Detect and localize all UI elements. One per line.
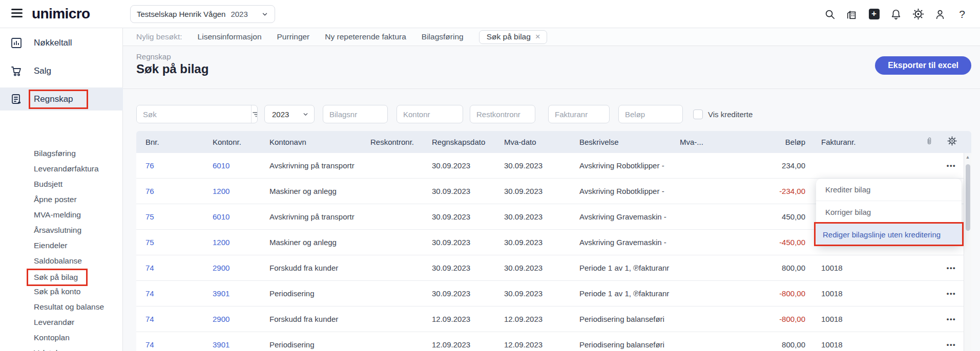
row-menu-ellipsis-icon[interactable]: ••• bbox=[947, 291, 956, 296]
cell-bnr[interactable]: 74 bbox=[145, 340, 213, 349]
sidebar-item-apne-poster[interactable]: Åpne poster bbox=[0, 192, 123, 207]
row-menu-ellipsis-icon[interactable]: ••• bbox=[947, 163, 956, 168]
menu-item-krediter-bilag[interactable]: Krediter bilag bbox=[816, 179, 962, 201]
cell-bnr[interactable]: 75 bbox=[145, 238, 213, 247]
show-credited-checkbox[interactable] bbox=[693, 109, 703, 119]
cell-kontonr[interactable]: 2900 bbox=[213, 315, 269, 323]
show-credited-label: Vis krediterte bbox=[708, 110, 753, 119]
cell-kontonr[interactable]: 3901 bbox=[213, 340, 269, 349]
cell-kontonr[interactable]: 6010 bbox=[213, 161, 269, 170]
recent-tab-ny-repeterende-faktura[interactable]: Ny repeterende faktura bbox=[325, 32, 406, 41]
sidebar-item-bilagsforing[interactable]: Bilagsføring bbox=[0, 146, 123, 161]
cell-bnr[interactable]: 74 bbox=[145, 315, 213, 323]
table-settings-gear-icon[interactable] bbox=[947, 136, 957, 148]
sidebar-item-budsjett[interactable]: Budsjett bbox=[0, 177, 123, 192]
row-menu-ellipsis-icon[interactable]: ••• bbox=[947, 342, 956, 347]
belop-input[interactable] bbox=[618, 105, 683, 123]
bilagsnr-input[interactable] bbox=[323, 105, 388, 123]
column-header-regnskapsdato[interactable]: Regnskapsdato bbox=[432, 138, 504, 146]
sidebar-item-resultat-og-balanse[interactable]: Resultat og balanse bbox=[0, 299, 123, 315]
tab-sok-pa-bilag[interactable]: Søk på bilag × bbox=[479, 30, 547, 44]
cell-mva-dato: 30.09.2023 bbox=[504, 289, 579, 298]
cell-bnr[interactable]: 75 bbox=[145, 212, 213, 221]
sidebar-item-nokkeltall[interactable]: Nøkkeltall bbox=[0, 32, 123, 54]
cell-kontonr[interactable]: 3901 bbox=[213, 289, 269, 298]
kontonr-input[interactable] bbox=[397, 105, 463, 123]
cell-kontonavn: Avskrivning på transportr bbox=[269, 212, 370, 221]
cell-kontonr[interactable]: 1200 bbox=[213, 187, 269, 195]
sidebar-item-sok-pa-konto[interactable]: Søk på konto bbox=[0, 284, 123, 299]
scrollbar-up-arrow[interactable]: ▲ bbox=[964, 155, 971, 160]
breadcrumb[interactable]: Regnskap bbox=[136, 52, 171, 61]
sidebar-item-valutakurser[interactable]: Valutakurser bbox=[0, 345, 123, 351]
sidebar-item-salg[interactable]: Salg bbox=[0, 60, 123, 82]
sidebar-item-kontoplan[interactable]: Kontoplan bbox=[0, 330, 123, 345]
column-header-mva-dato[interactable]: Mva-dato bbox=[504, 138, 579, 146]
column-header-reskontronr[interactable]: Reskontronr. bbox=[370, 138, 432, 146]
vertical-scrollbar[interactable]: ▲ bbox=[964, 153, 971, 351]
column-header-fakturanr[interactable]: Fakturanr. bbox=[805, 138, 918, 146]
column-header-mva[interactable]: Mva-... bbox=[680, 138, 736, 146]
paperclip-icon[interactable] bbox=[925, 137, 933, 148]
year-select[interactable]: 2023 bbox=[264, 105, 315, 123]
cell-belop: 800,00 bbox=[736, 264, 805, 272]
restkontronr-input[interactable] bbox=[470, 105, 535, 123]
add-icon[interactable]: + bbox=[867, 8, 881, 21]
scrollbar-thumb[interactable] bbox=[966, 164, 970, 231]
year-select-value: 2023 bbox=[272, 110, 289, 119]
recent-tab-bilagsforing[interactable]: Bilagsføring bbox=[422, 32, 464, 41]
export-to-excel-button[interactable]: Eksporter til excel bbox=[875, 56, 971, 75]
cell-bnr[interactable]: 74 bbox=[145, 289, 213, 298]
settings-icon[interactable] bbox=[911, 8, 925, 21]
cell-kontonr[interactable]: 1200 bbox=[213, 238, 269, 247]
cell-fakturanr: 10018 bbox=[805, 264, 918, 272]
fakturanr-input[interactable] bbox=[548, 105, 610, 123]
cell-bnr[interactable]: 76 bbox=[145, 187, 213, 195]
close-icon[interactable]: × bbox=[535, 33, 540, 40]
bar-chart-icon bbox=[10, 37, 23, 49]
cell-bnr[interactable]: 76 bbox=[145, 161, 213, 170]
user-icon[interactable] bbox=[933, 8, 947, 21]
annotation-box-sok-pa-bilag: Søk på bilag bbox=[27, 269, 88, 286]
sidebar-item-sok-pa-bilag[interactable]: Søk på bilag bbox=[0, 269, 123, 284]
search-icon[interactable] bbox=[823, 8, 837, 21]
show-credited-checkbox-wrap[interactable]: Vis krediterte bbox=[693, 109, 753, 119]
recent-label: Nylig besøkt: bbox=[136, 32, 182, 41]
menu-item-korriger-bilag[interactable]: Korriger bilag bbox=[816, 201, 962, 224]
column-header-bnr[interactable]: Bnr. bbox=[145, 138, 213, 146]
cell-bnr[interactable]: 74 bbox=[145, 264, 213, 272]
column-header-kontonr[interactable]: Kontonr. bbox=[213, 138, 269, 146]
cell-kontonr[interactable]: 6010 bbox=[213, 212, 269, 221]
search-input[interactable] bbox=[137, 105, 251, 123]
row-menu-ellipsis-icon[interactable]: ••• bbox=[947, 266, 956, 271]
menu-item-rediger-bilagslinje-uten-kreditering[interactable]: Rediger bilagslinje uten kreditering bbox=[816, 224, 962, 246]
topbar: unimicro Testselskap Henrik Vågen 2023 + bbox=[0, 0, 980, 28]
hamburger-menu-icon[interactable] bbox=[11, 9, 24, 19]
sidebar-item-leverandor[interactable]: Leverandør bbox=[0, 315, 123, 330]
help-icon[interactable]: ? bbox=[955, 8, 969, 21]
sidebar-item-eiendeler[interactable]: Eiendeler bbox=[0, 238, 123, 253]
column-header-beskrivelse[interactable]: Beskrivelse bbox=[579, 138, 680, 146]
cell-regnskapsdato: 12.09.2023 bbox=[432, 315, 504, 323]
filter-funnel-icon[interactable] bbox=[251, 105, 258, 123]
sidebar-label-regnskap: Regnskap bbox=[34, 90, 88, 109]
column-header-kontonavn[interactable]: Kontonavn bbox=[269, 138, 370, 146]
cell-regnskapsdato: 30.09.2023 bbox=[432, 187, 504, 195]
row-menu-ellipsis-icon[interactable]: ••• bbox=[947, 317, 956, 322]
cell-kontonr[interactable]: 2900 bbox=[213, 264, 269, 272]
recent-tab-purringer[interactable]: Purringer bbox=[277, 32, 310, 41]
sidebar-item-mva-melding[interactable]: MVA-melding bbox=[0, 207, 123, 223]
cart-icon bbox=[10, 65, 23, 77]
column-header-belop[interactable]: Beløp bbox=[736, 138, 805, 146]
cell-kontonavn: Maskiner og anlegg bbox=[269, 238, 370, 247]
sidebar-item-saldobalanse[interactable]: Saldobalanse bbox=[0, 253, 123, 269]
sidebar-item-regnskap[interactable]: Regnskap bbox=[0, 87, 123, 111]
row-actions: ••• bbox=[918, 266, 962, 271]
company-icon[interactable] bbox=[845, 8, 859, 21]
recent-tab-lisensinformasjon[interactable]: Lisensinformasjon bbox=[198, 32, 262, 41]
sidebar-item-arsavslutning[interactable]: Årsavslutning bbox=[0, 223, 123, 238]
company-selector[interactable]: Testselskap Henrik Vågen 2023 bbox=[130, 5, 275, 23]
notifications-icon[interactable] bbox=[889, 8, 903, 21]
cell-regnskapsdato: 12.09.2023 bbox=[432, 340, 504, 349]
sidebar-item-leverandorfaktura[interactable]: Leverandørfaktura bbox=[0, 161, 123, 177]
